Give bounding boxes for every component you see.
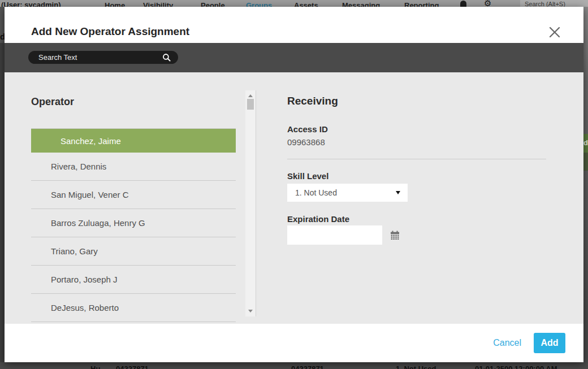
bg-nav-item: Messaging bbox=[342, 1, 380, 7]
operator-name: DeJesus, Roberto bbox=[51, 303, 119, 312]
bg-table-cell: Hu bbox=[90, 364, 100, 369]
background-table-row: Hu04227871042278711. Not Used01-01-2500 … bbox=[0, 362, 588, 369]
bg-table-cell: 01-01-2500 12:00:00 AM bbox=[475, 364, 557, 369]
operator-name: Triano, Gary bbox=[51, 246, 98, 256]
background-green-button-lower bbox=[583, 153, 588, 171]
dialog-header: Add New Operator Assignment bbox=[5, 7, 583, 43]
close-icon[interactable] bbox=[547, 25, 562, 40]
search-input[interactable] bbox=[28, 53, 162, 62]
operator-list-item[interactable]: Rivera, Dennis bbox=[31, 153, 236, 181]
skill-level-select[interactable]: 1. Not Used bbox=[287, 184, 408, 202]
divider bbox=[287, 159, 546, 159]
background-right-strip bbox=[583, 7, 588, 362]
operator-list-item[interactable]: Barros Zuluaga, Henry G bbox=[31, 209, 236, 237]
search-icon[interactable] bbox=[162, 53, 171, 62]
user-label: (User: svcadmin) bbox=[1, 1, 60, 7]
bg-nav-item: Assets bbox=[294, 1, 318, 7]
operator-name: Barros Zuluaga, Henry G bbox=[51, 218, 145, 228]
bg-nav-item: Groups bbox=[246, 1, 272, 7]
bg-nav-item: Home bbox=[105, 1, 125, 7]
cancel-button[interactable]: Cancel bbox=[493, 338, 521, 348]
operator-list-item[interactable]: Sanchez, Jaime bbox=[31, 129, 236, 153]
dialog-title: Add New Operator Assignment bbox=[31, 25, 189, 38]
calendar-icon[interactable] bbox=[390, 231, 400, 240]
operator-list-item[interactable]: Portaro, Joseph J bbox=[31, 266, 236, 294]
operator-list-item[interactable]: Triano, Gary bbox=[31, 237, 236, 266]
operator-heading: Operator bbox=[31, 96, 236, 108]
skill-level-value: 1. Not Used bbox=[295, 188, 337, 197]
bg-nav-item: Reporting bbox=[404, 1, 439, 7]
operator-name: Sanchez, Jaime bbox=[60, 136, 121, 146]
dialog-search-bar bbox=[5, 43, 583, 72]
expiration-date-input[interactable] bbox=[287, 225, 382, 245]
scrollbar-thumb[interactable] bbox=[247, 99, 254, 110]
operator-list: Sanchez, JaimeRivera, DennisSan Miguel, … bbox=[31, 128, 236, 322]
dialog-body: Operator Sanchez, JaimeRivera, DennisSan… bbox=[5, 72, 583, 324]
dialog-footer: Cancel Add bbox=[5, 324, 583, 362]
skill-level-label: Skill Level bbox=[287, 171, 546, 181]
expiration-date-label: Expiration Date bbox=[287, 214, 546, 224]
background-navbar: (User: svcadmin) HomeVisibilityPeopleGro… bbox=[0, 0, 588, 7]
operator-list-item[interactable]: San Miguel, Vener C bbox=[31, 181, 236, 209]
access-id-value: 09963868 bbox=[287, 137, 546, 147]
bell-icon bbox=[460, 1, 466, 7]
scroll-down-icon[interactable] bbox=[248, 310, 253, 312]
operator-list-item[interactable]: DeJesus, Roberto bbox=[31, 294, 236, 322]
bg-nav-item: Visibility bbox=[143, 1, 173, 7]
nav-search-input: Search (Alt+S) bbox=[520, 0, 588, 7]
bg-table-cell: 1. Not Used bbox=[396, 364, 436, 369]
background-green-button: d bbox=[583, 134, 588, 153]
bg-nav-item: People bbox=[201, 1, 225, 7]
operator-name: Portaro, Joseph J bbox=[51, 275, 118, 284]
operator-panel: Operator Sanchez, JaimeRivera, DennisSan… bbox=[31, 72, 236, 322]
gear-icon: ⚙ bbox=[484, 0, 491, 7]
add-operator-assignment-dialog: Add New Operator Assignment Operator San… bbox=[5, 7, 583, 362]
bg-table-cell: 04227871 bbox=[291, 364, 324, 369]
chevron-down-icon bbox=[396, 191, 400, 194]
operator-name: San Miguel, Vener C bbox=[51, 190, 129, 199]
receiving-heading: Receiving bbox=[287, 95, 546, 107]
scroll-up-icon[interactable] bbox=[248, 94, 253, 97]
operator-name: Rivera, Dennis bbox=[51, 162, 106, 171]
operator-scrollbar[interactable] bbox=[245, 90, 256, 316]
access-id-label: Access ID bbox=[287, 124, 546, 134]
search-pill[interactable] bbox=[28, 51, 178, 64]
receiving-panel: Receiving Access ID 09963868 Skill Level… bbox=[287, 72, 546, 245]
add-button[interactable]: Add bbox=[534, 333, 565, 353]
bg-table-cell: 04227871 bbox=[116, 364, 149, 369]
